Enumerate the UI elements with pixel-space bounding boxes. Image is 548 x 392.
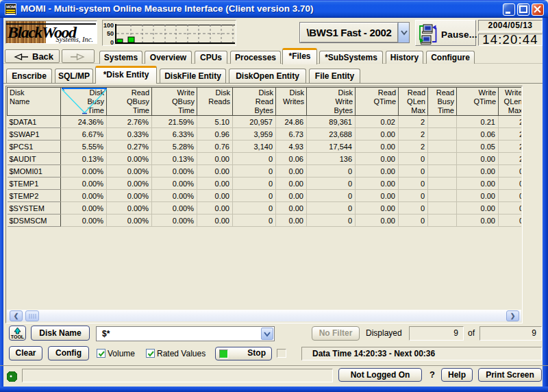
svg-text:50: 50 [107,30,114,37]
svg-text:0: 0 [110,39,114,45]
svg-text:100: 100 [103,22,114,29]
svg-text:TOOL: TOOL [11,334,25,339]
